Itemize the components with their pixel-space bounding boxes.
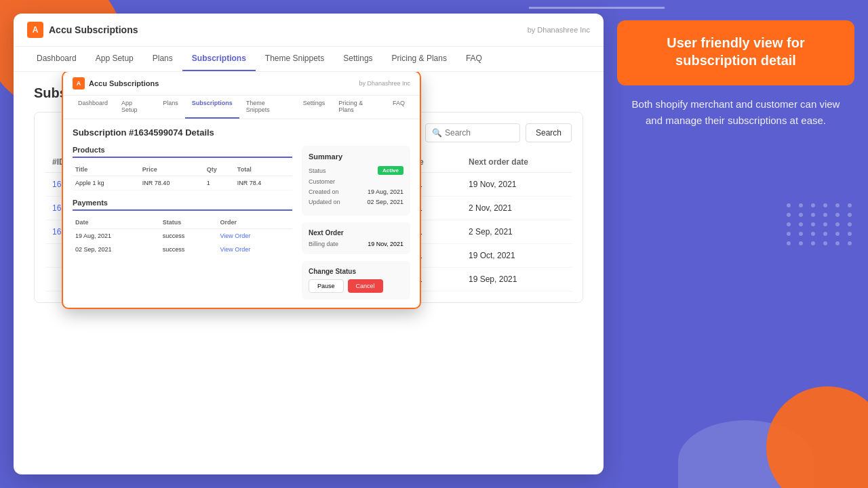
- summary-updated-row: Updated on 02 Sep, 2021: [309, 199, 403, 205]
- change-status-buttons: Pause Cancel: [309, 279, 403, 293]
- detail-nav: Dashboard App Setup Plans Subscriptions …: [63, 96, 420, 119]
- cell-next-order: 19 Sep, 2021: [462, 268, 572, 291]
- product-header-row: Title Price Qty Total: [73, 163, 292, 176]
- detail-nav-plans[interactable]: Plans: [156, 96, 185, 119]
- cell-next-order: 2 Sep, 2021: [462, 220, 572, 244]
- app-window: A Accu Subscriptions by Dhanashree Inc D…: [14, 14, 604, 474]
- product-total: INR 78.4: [235, 176, 292, 190]
- payment-status-1: success: [160, 229, 218, 243]
- nav-theme-snippets[interactable]: Theme Snippets: [256, 47, 334, 71]
- detail-nav-settings[interactable]: Settings: [296, 96, 332, 119]
- pause-button[interactable]: Pause: [309, 279, 344, 293]
- nav-pricing-plans[interactable]: Pricing & Plans: [382, 47, 456, 71]
- detail-nav-pricing[interactable]: Pricing & Plans: [332, 96, 386, 119]
- detail-content: Subscription #1634599074 Details Product…: [63, 119, 420, 308]
- detail-logo-icon: A: [73, 77, 85, 89]
- subscriptions-card: 🔍 Search #ID Status Customer Products Cr…: [34, 112, 583, 303]
- search-input-wrap: 🔍: [425, 123, 520, 142]
- payment-row-1: 19 Aug, 2021 success View Order: [73, 229, 292, 243]
- detail-page-title: Subscription #1634599074 Details: [73, 127, 410, 138]
- product-price: INR 78.40: [140, 176, 204, 190]
- cancel-button[interactable]: Cancel: [348, 279, 383, 293]
- product-title: Apple 1 kg: [73, 176, 140, 190]
- detail-app-title: Accu Subscriptions: [89, 79, 159, 87]
- summary-customer-row: Customer: [309, 178, 403, 185]
- detail-overlay: A Accu Subscriptions by Dhanashree Inc D…: [62, 72, 421, 309]
- app-nav: Dashboard App Setup Plans Subscriptions …: [14, 47, 604, 72]
- product-col-total: Total: [235, 163, 292, 176]
- detail-nav-theme-snippets[interactable]: Theme Snippets: [239, 96, 296, 119]
- payment-date-2: 02 Sep, 2021: [73, 243, 160, 256]
- payment-status-2: success: [160, 243, 218, 256]
- detail-nav-subscriptions[interactable]: Subscriptions: [185, 96, 239, 119]
- cell-next-order: 19 Nov, 2021: [462, 173, 572, 197]
- detail-nav-app-setup[interactable]: App Setup: [115, 96, 156, 119]
- product-row: Apple 1 kg INR 78.40 1 INR 78.4: [73, 176, 292, 190]
- app-title: Accu Subscriptions: [49, 24, 138, 35]
- products-section-title: Products: [73, 146, 292, 158]
- summary-created-label: Created on: [309, 188, 339, 195]
- product-col-price: Price: [140, 163, 204, 176]
- view-order-link-2[interactable]: View Order: [220, 246, 250, 253]
- right-panel: User friendly view for subscription deta…: [617, 14, 854, 474]
- detail-left-col: Products Title Price Qty Total: [73, 146, 292, 300]
- billing-value: 19 Nov, 2021: [368, 241, 403, 247]
- app-logo-area: A Accu Subscriptions: [27, 22, 138, 38]
- info-description: Both shopify merchant and customer can v…: [617, 96, 854, 129]
- summary-section: Summary Status Active Customer: [302, 146, 410, 216]
- search-button[interactable]: Search: [526, 123, 572, 142]
- nav-plans[interactable]: Plans: [143, 47, 182, 71]
- summary-created-value: 19 Aug, 2021: [368, 188, 403, 195]
- detail-nav-faq[interactable]: FAQ: [386, 96, 412, 119]
- next-order-row: Billing date 19 Nov, 2021: [309, 241, 403, 247]
- payment-row-2: 02 Sep, 2021 success View Order: [73, 243, 292, 256]
- detail-two-col: Products Title Price Qty Total: [73, 146, 410, 300]
- nav-faq[interactable]: FAQ: [456, 47, 492, 71]
- product-col-title: Title: [73, 163, 140, 176]
- change-status-section: Change Status Pause Cancel: [302, 261, 410, 300]
- main-layout: A Accu Subscriptions by Dhanashree Inc D…: [0, 0, 868, 488]
- nav-dashboard[interactable]: Dashboard: [27, 47, 86, 71]
- nav-settings[interactable]: Settings: [334, 47, 382, 71]
- next-order-section: Next Order Billing date 19 Nov, 2021: [302, 222, 410, 254]
- payment-col-date: Date: [73, 216, 160, 229]
- payment-col-order: Order: [217, 216, 292, 229]
- payment-date-1: 19 Aug, 2021: [73, 229, 160, 243]
- col-next-order: Next order date: [462, 152, 572, 173]
- app-by: by Dhanashree Inc: [528, 26, 590, 34]
- summary-created-row: Created on 19 Aug, 2021: [309, 188, 403, 195]
- product-table: Title Price Qty Total Apple 1 kg: [73, 163, 292, 190]
- status-badge: Active: [378, 166, 403, 175]
- cell-next-order: 19 Oct, 2021: [462, 244, 572, 268]
- detail-header-bar: A Accu Subscriptions by Dhanashree Inc: [63, 72, 420, 96]
- detail-nav-dashboard[interactable]: Dashboard: [71, 96, 115, 119]
- change-status-title: Change Status: [309, 268, 403, 275]
- summary-updated-value: 02 Sep, 2021: [367, 199, 403, 205]
- billing-label: Billing date: [309, 241, 338, 247]
- product-qty: 1: [204, 176, 235, 190]
- detail-app-by: by Dhanashree Inc: [359, 80, 410, 87]
- summary-customer-label: Customer: [309, 178, 335, 185]
- nav-subscriptions[interactable]: Subscriptions: [182, 47, 256, 71]
- payments-header-row: Date Status Order: [73, 216, 292, 229]
- app-header: A Accu Subscriptions by Dhanashree Inc: [14, 14, 604, 47]
- product-col-qty: Qty: [204, 163, 235, 176]
- payment-col-status: Status: [160, 216, 218, 229]
- app-logo-icon: A: [27, 22, 43, 38]
- page-content: Subscriptions 🔍 Search #ID Status: [14, 72, 604, 474]
- summary-updated-label: Updated on: [309, 199, 340, 205]
- nav-app-setup[interactable]: App Setup: [86, 47, 143, 71]
- summary-status-row: Status Active: [309, 166, 403, 175]
- payments-section: Payments Date Status Order: [73, 199, 292, 256]
- summary-status-label: Status: [309, 167, 326, 174]
- detail-right-col: Summary Status Active Customer: [302, 146, 410, 300]
- next-order-title: Next Order: [309, 229, 403, 237]
- detail-logo-area: A Accu Subscriptions: [73, 77, 159, 89]
- cell-next-order: 2 Nov, 2021: [462, 197, 572, 220]
- summary-title: Summary: [309, 152, 403, 161]
- info-box-title: User friendly view for subscription deta…: [633, 34, 838, 69]
- view-order-link-1[interactable]: View Order: [220, 232, 250, 239]
- payments-section-title: Payments: [73, 199, 292, 211]
- payments-table: Date Status Order 19 Aug, 2021: [73, 216, 292, 256]
- search-icon: 🔍: [432, 128, 442, 138]
